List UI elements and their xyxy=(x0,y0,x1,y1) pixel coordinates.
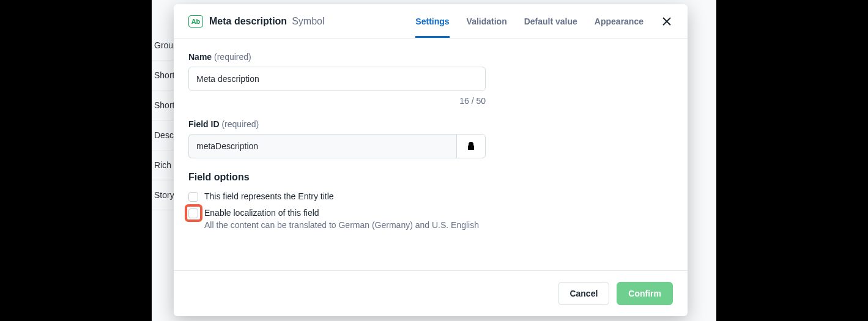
modal-footer: Cancel Confirm xyxy=(174,270,688,316)
confirm-button[interactable]: Confirm xyxy=(617,282,673,305)
modal-title: Meta description xyxy=(209,16,287,27)
field-id-label-text: Field ID xyxy=(188,119,220,129)
modal-body: Name (required) 16 / 50 Field ID (requir… xyxy=(174,39,688,270)
name-required: (required) xyxy=(214,52,251,62)
field-id-input[interactable] xyxy=(188,134,456,158)
close-button[interactable] xyxy=(661,15,673,28)
name-char-counter: 16 / 50 xyxy=(188,96,486,106)
modal-subtitle: Symbol xyxy=(292,16,324,27)
entry-title-checkbox[interactable] xyxy=(188,192,198,202)
localization-helper: All the content can be translated to Ger… xyxy=(204,220,479,230)
tab-appearance[interactable]: Appearance xyxy=(595,4,644,38)
tab-default-value[interactable]: Default value xyxy=(524,4,577,38)
tabs: Settings Validation Default value Appear… xyxy=(415,4,644,38)
field-id-wrap xyxy=(188,134,486,158)
localization-checkbox[interactable] xyxy=(188,208,198,218)
field-options-heading: Field options xyxy=(188,172,673,183)
name-input[interactable] xyxy=(188,67,486,91)
close-icon xyxy=(662,17,671,26)
entry-title-option: This field represents the Entry title xyxy=(188,191,673,202)
field-type-badge: Ab xyxy=(188,15,203,28)
field-id-lock-button[interactable] xyxy=(456,134,486,158)
entry-title-label: This field represents the Entry title xyxy=(204,191,334,201)
tab-validation[interactable]: Validation xyxy=(467,4,507,38)
name-label: Name (required) xyxy=(188,52,673,62)
cancel-button[interactable]: Cancel xyxy=(558,282,609,305)
name-field-group: Name (required) 16 / 50 xyxy=(188,52,673,106)
field-settings-modal: Ab Meta description Symbol Settings Vali… xyxy=(174,4,688,316)
field-id-required: (required) xyxy=(221,119,259,129)
tab-settings[interactable]: Settings xyxy=(415,4,449,38)
localization-label: Enable localization of this field xyxy=(204,208,479,218)
field-id-group: Field ID (required) xyxy=(188,119,673,158)
field-id-label: Field ID (required) xyxy=(188,119,673,129)
localization-option: Enable localization of this field All th… xyxy=(188,208,673,230)
lock-icon xyxy=(467,142,475,150)
modal-header: Ab Meta description Symbol Settings Vali… xyxy=(174,4,688,39)
name-label-text: Name xyxy=(188,52,212,62)
